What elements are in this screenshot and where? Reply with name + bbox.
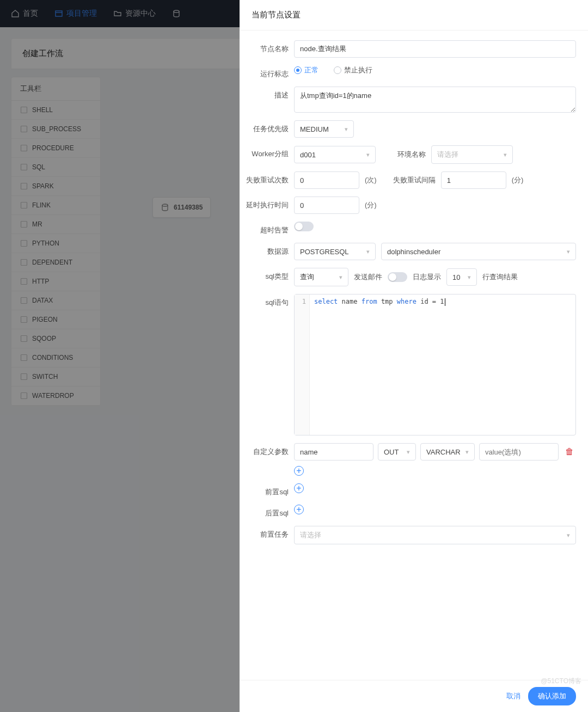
label-pre-sql: 前置sql bbox=[240, 483, 294, 497]
chevron-down-icon: ▾ bbox=[465, 449, 469, 456]
env-name-select[interactable]: 请选择▾ bbox=[431, 145, 513, 164]
drawer-footer: 取消 确认添加 bbox=[240, 680, 588, 712]
label-post-sql: 后置sql bbox=[240, 505, 294, 518]
chevron-down-icon: ▾ bbox=[567, 532, 570, 539]
datasource-name-select[interactable]: dolphinscheduler▾ bbox=[381, 243, 576, 260]
label-pre-tasks: 前置任务 bbox=[240, 526, 294, 539]
chevron-down-icon: ▾ bbox=[468, 274, 471, 281]
send-mail-toggle[interactable] bbox=[388, 272, 407, 282]
run-flag-normal-radio[interactable]: 正常 bbox=[294, 65, 318, 75]
priority-select[interactable]: MEDIUM▾ bbox=[294, 120, 354, 138]
param-type-select[interactable]: VARCHAR▾ bbox=[420, 443, 475, 461]
label-fail-retry-times: 失败重试次数 bbox=[240, 171, 294, 185]
delete-param-icon[interactable]: 🗑 bbox=[563, 445, 576, 459]
label-sql-type: sql类型 bbox=[240, 268, 294, 281]
label-sql-stmt: sql语句 bbox=[240, 294, 294, 308]
add-pre-sql-icon[interactable]: + bbox=[294, 483, 304, 493]
chevron-down-icon: ▾ bbox=[504, 151, 507, 158]
param-name-input[interactable] bbox=[294, 443, 373, 461]
confirm-button[interactable]: 确认添加 bbox=[528, 687, 576, 705]
chevron-down-icon: ▾ bbox=[366, 248, 370, 255]
node-name-input[interactable] bbox=[294, 40, 576, 58]
add-param-icon[interactable]: + bbox=[294, 466, 304, 476]
unit-min: (分) bbox=[365, 200, 377, 210]
worker-group-select[interactable]: d001▾ bbox=[294, 146, 376, 163]
drawer-title: 当前节点设置 bbox=[240, 0, 588, 30]
delay-time-input[interactable] bbox=[294, 197, 359, 214]
add-post-sql-icon[interactable]: + bbox=[294, 505, 304, 514]
chevron-down-icon: ▾ bbox=[345, 126, 348, 133]
fail-retry-times-input[interactable] bbox=[294, 171, 359, 189]
label-fail-retry-interval: 失败重试间隔 bbox=[393, 175, 436, 185]
label-worker-group: Worker分组 bbox=[240, 145, 294, 159]
timeout-alarm-toggle[interactable] bbox=[294, 222, 314, 231]
param-value-input[interactable] bbox=[479, 443, 559, 461]
label-run-flag: 运行标志 bbox=[240, 65, 294, 79]
chevron-down-icon: ▾ bbox=[567, 248, 570, 255]
param-direction-select[interactable]: OUT▾ bbox=[378, 443, 416, 461]
label-priority: 任务优先级 bbox=[240, 120, 294, 134]
label-node-name: 节点名称 bbox=[240, 40, 294, 54]
chevron-down-icon: ▾ bbox=[407, 449, 410, 456]
label-log-display: 日志显示 bbox=[413, 272, 441, 282]
desc-textarea[interactable] bbox=[294, 87, 576, 113]
node-settings-drawer: 当前节点设置 节点名称 运行标志 正常 禁止执行 描述 任务优先级 MEDIUM… bbox=[240, 0, 588, 712]
datasource-type-select[interactable]: POSTGRESQL▾ bbox=[294, 243, 376, 260]
chevron-down-icon: ▾ bbox=[366, 151, 370, 158]
label-custom-params: 自定义参数 bbox=[240, 443, 294, 457]
label-timeout-alarm: 超时告警 bbox=[240, 222, 294, 235]
label-delay-time: 延时执行时间 bbox=[240, 197, 294, 210]
chevron-down-icon: ▾ bbox=[339, 274, 342, 281]
editor-content[interactable]: select name from tmp where id = 1 bbox=[310, 294, 575, 435]
log-rows-select[interactable]: 10▾ bbox=[446, 268, 477, 286]
log-rows-suffix: 行查询结果 bbox=[482, 272, 518, 282]
sql-editor[interactable]: 1 select name from tmp where id = 1 bbox=[294, 294, 576, 435]
label-send-mail: 发送邮件 bbox=[354, 272, 382, 282]
sql-type-select[interactable]: 查询▾ bbox=[294, 268, 348, 286]
label-env-name: 环境名称 bbox=[397, 150, 426, 159]
unit-min: (分) bbox=[512, 175, 524, 185]
editor-gutter: 1 bbox=[295, 294, 310, 435]
label-desc: 描述 bbox=[240, 87, 294, 100]
fail-retry-interval-input[interactable] bbox=[441, 171, 506, 189]
label-datasource: 数据源 bbox=[240, 243, 294, 256]
pre-tasks-select[interactable]: 请选择▾ bbox=[294, 526, 576, 544]
run-flag-forbid-radio[interactable]: 禁止执行 bbox=[334, 65, 372, 75]
cancel-button[interactable]: 取消 bbox=[506, 691, 520, 701]
unit-times: (次) bbox=[365, 175, 377, 185]
